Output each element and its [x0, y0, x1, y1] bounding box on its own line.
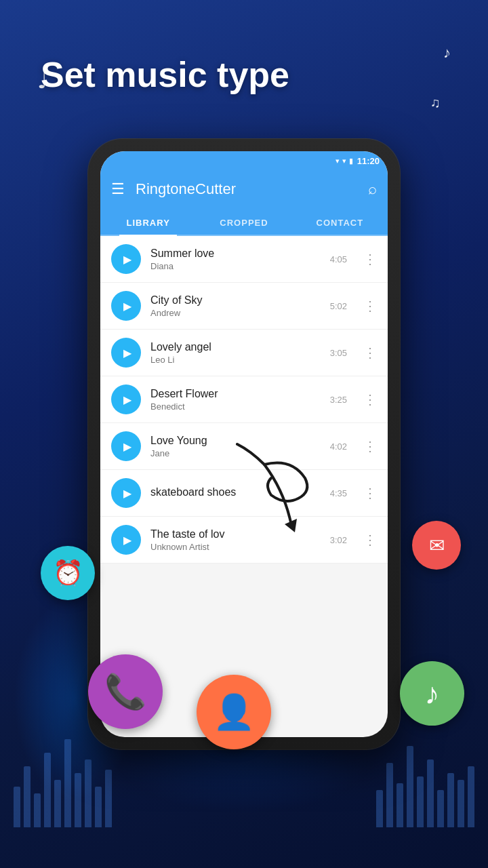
song-duration-2: 5:02	[330, 301, 347, 311]
battery-icon: ▮	[349, 157, 353, 165]
song-item-6: skateboard shoes 4:35 ⋮	[100, 470, 388, 517]
song-more-4[interactable]: ⋮	[363, 391, 377, 408]
signal-icon: ▾	[342, 157, 346, 165]
alarm-icon: ⏰	[53, 559, 83, 587]
song-item-5: Love Young Jane 4:02 ⋮	[100, 423, 388, 470]
wifi-icon: ▾	[336, 157, 340, 165]
contact-float-icon[interactable]: 👤	[197, 675, 271, 749]
app-bar: ☰ RingtoneCutter ⌕	[100, 170, 388, 208]
song-artist-5: Jane	[150, 448, 321, 458]
phone-float-icon[interactable]: 📞	[88, 654, 163, 729]
contact-icon: 👤	[213, 692, 255, 732]
song-info-6: skateboard shoes	[150, 486, 321, 500]
song-title-2: City of Sky	[150, 294, 321, 307]
phone-screen: ▾ ▾ ▮ 11:20 ☰ RingtoneCutter ⌕ LIBRARY C…	[100, 151, 388, 737]
phone-icon: 📞	[104, 672, 146, 711]
play-btn-3[interactable]	[111, 338, 141, 368]
eq-bars-right	[376, 746, 474, 827]
song-item-3: Lovely angel Leo Li 3:05 ⋮	[100, 330, 388, 376]
play-btn-6[interactable]	[111, 478, 141, 508]
play-btn-5[interactable]	[111, 431, 141, 461]
song-title-4: Desert Flower	[150, 388, 321, 400]
search-icon[interactable]: ⌕	[368, 180, 377, 198]
song-title-5: Love Young	[150, 435, 321, 447]
song-duration-7: 3:02	[330, 535, 347, 545]
song-artist-4: Benedict	[150, 401, 321, 412]
song-info-3: Lovely angel Leo Li	[150, 341, 321, 365]
song-duration-3: 3:05	[330, 348, 347, 358]
song-more-7[interactable]: ⋮	[363, 532, 377, 548]
song-artist-7: Unknown Artist	[150, 542, 321, 552]
app-title: RingtoneCutter	[136, 180, 357, 198]
song-artist-2: Andrew	[150, 308, 321, 318]
song-info-7: The taste of lov Unknown Artist	[150, 528, 321, 552]
song-item-4: Desert Flower Benedict 3:25 ⋮	[100, 376, 388, 423]
song-duration-6: 4:35	[330, 488, 347, 498]
alarm-float-icon[interactable]: ⏰	[41, 546, 95, 600]
music-note-right1: ♪	[443, 44, 451, 62]
play-btn-1[interactable]	[111, 244, 141, 274]
tab-contact[interactable]: CONTACT	[292, 208, 388, 235]
song-more-1[interactable]: ⋮	[363, 251, 377, 267]
song-duration-5: 4:02	[330, 441, 347, 452]
song-item-7: The taste of lov Unknown Artist 3:02 ⋮	[100, 517, 388, 564]
status-bar: ▾ ▾ ▮ 11:20	[100, 151, 388, 170]
song-info-1: Summer love Diana	[150, 248, 321, 271]
song-title-7: The taste of lov	[150, 528, 321, 540]
song-title-1: Summer love	[150, 248, 321, 260]
song-list: Summer love Diana 4:05 ⋮ City of Sky And…	[100, 236, 388, 564]
tab-cropped[interactable]: CROPPED	[196, 208, 291, 235]
tabs-bar: LIBRARY CROPPED CONTACT	[100, 208, 388, 236]
tab-library[interactable]: LIBRARY	[100, 208, 196, 235]
song-title-3: Lovely angel	[150, 341, 321, 353]
song-info-5: Love Young Jane	[150, 435, 321, 458]
music-note-right2: ♫	[430, 95, 441, 111]
song-more-2[interactable]: ⋮	[363, 298, 377, 314]
song-item-2: City of Sky Andrew 5:02 ⋮	[100, 283, 388, 330]
music-icon: ♪	[425, 677, 440, 711]
play-btn-4[interactable]	[111, 384, 141, 414]
eq-bars-left	[14, 739, 112, 827]
email-icon: ✉	[429, 534, 445, 557]
main-title: Set music type	[41, 54, 289, 95]
song-duration-1: 4:05	[330, 254, 347, 264]
song-info-4: Desert Flower Benedict	[150, 388, 321, 412]
status-time: 11:20	[357, 156, 380, 166]
song-artist-1: Diana	[150, 261, 321, 271]
song-artist-3: Leo Li	[150, 355, 321, 365]
song-item-1: Summer love Diana 4:05 ⋮	[100, 236, 388, 283]
play-btn-7[interactable]	[111, 525, 141, 555]
song-duration-4: 3:25	[330, 395, 347, 405]
email-float-icon[interactable]: ✉	[412, 521, 461, 570]
song-info-2: City of Sky Andrew	[150, 294, 321, 318]
menu-icon[interactable]: ☰	[111, 180, 125, 198]
song-title-6: skateboard shoes	[150, 486, 321, 498]
play-btn-2[interactable]	[111, 291, 141, 321]
music-float-icon[interactable]: ♪	[400, 661, 464, 726]
song-more-3[interactable]: ⋮	[363, 344, 377, 361]
song-more-5[interactable]: ⋮	[363, 438, 377, 454]
song-more-6[interactable]: ⋮	[363, 485, 377, 501]
